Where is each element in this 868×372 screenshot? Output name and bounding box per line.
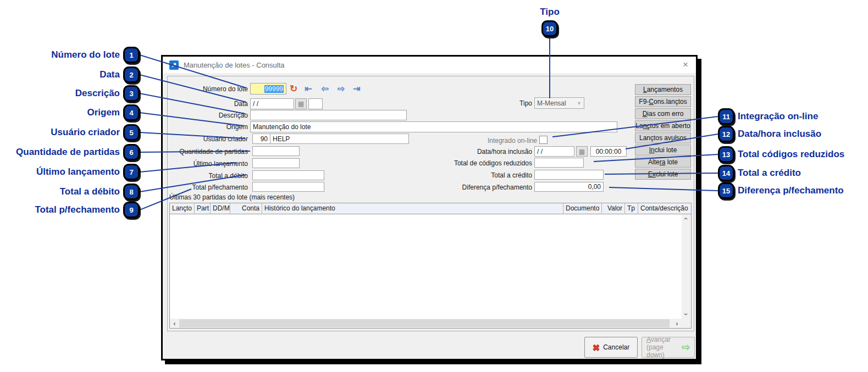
cancel-label: Cancelar: [603, 343, 629, 351]
lancamentos-button[interactable]: Lançamentos: [635, 84, 691, 95]
lanctos-em-aberto-button[interactable]: Lançtos em aberto: [635, 120, 691, 131]
column-header-documento[interactable]: Documento: [563, 203, 602, 214]
last-record-icon[interactable]: ⇥: [351, 84, 363, 93]
altera-lote-button[interactable]: Altera lote: [635, 157, 691, 168]
callout-label: Total p/fechamento: [35, 204, 120, 215]
descricao-input[interactable]: [250, 110, 407, 120]
cancel-button[interactable]: ✖ Cancelar: [584, 337, 638, 358]
vertical-scrollbar[interactable]: ‹ ›: [682, 214, 691, 319]
diferenca-fechamento-input[interactable]: 0,00: [534, 182, 604, 192]
title-bar[interactable]: ↗ Manutenção de lotes - Consulta ×: [163, 57, 696, 73]
callout-bubble-3: 3: [123, 85, 140, 102]
column-header-part[interactable]: Part: [195, 203, 211, 214]
next-record-icon[interactable]: ⇨: [335, 84, 347, 93]
callout-bubble-1: 1: [123, 47, 140, 63]
grid-body-empty: [170, 214, 682, 319]
callout-data: Data2: [0, 66, 140, 83]
callout-diferenca-fechamento: 15Diferença p/fechamento: [718, 182, 844, 199]
tipo-dropdown[interactable]: M-Mensal ▼: [534, 97, 584, 109]
usuario-criador-code-input[interactable]: 90: [252, 134, 270, 144]
callout-label: Diferença p/fechamento: [738, 185, 844, 196]
callout-label: Usuário criador: [51, 127, 120, 138]
callout-bubble-13: 13: [718, 146, 734, 163]
quantidade-partidas-input[interactable]: [252, 146, 300, 156]
quantidade-partidas-label: Quantidade de partidas: [165, 148, 248, 156]
integrado-online-label: Integrado on-line: [416, 137, 537, 145]
total-codigos-reduzidos-label: Total de códigos reduzidos: [411, 159, 532, 167]
callout-label: Total códigos reduzidos: [738, 149, 844, 160]
ultimo-lancamento-input[interactable]: [252, 158, 300, 168]
descricao-label: Descrição: [165, 112, 248, 119]
callout-bubble-12: 12: [718, 126, 734, 142]
chevron-down-icon: ▼: [577, 101, 582, 106]
integrado-online-checkbox[interactable]: [539, 136, 548, 144]
app-icon: ↗: [169, 60, 179, 70]
calendar-icon[interactable]: ▦: [576, 146, 588, 157]
callout-label: Último lançamento: [36, 166, 120, 177]
column-header-ddmm[interactable]: DD/MM: [211, 203, 230, 214]
advance-page-down-button[interactable]: Avançar(page down) ⇨: [642, 337, 695, 358]
refresh-icon[interactable]: ↻: [289, 84, 298, 93]
data-hora-inclusao-label: Data/hora inclusão: [411, 148, 532, 156]
window-title: Manutenção de lotes - Consulta: [184, 61, 285, 69]
diferenca-fechamento-label: Diferença p/fechamento: [411, 184, 532, 191]
cancel-x-icon: ✖: [593, 342, 600, 353]
callout-integracao-online: 11Integração on-line: [718, 108, 818, 125]
total-codigos-reduzidos-input[interactable]: [534, 158, 584, 168]
scroll-down-icon[interactable]: ›: [682, 310, 691, 319]
column-header-tp[interactable]: Tp: [625, 203, 638, 214]
scroll-up-icon[interactable]: ‹: [682, 214, 691, 224]
lanctos-avulsos-button[interactable]: Lançtos avulsos: [635, 132, 691, 143]
callout-usuario-criador: Usuário criador5: [0, 124, 140, 141]
data-input[interactable]: / /: [250, 98, 294, 109]
ultimo-lancamento-label: Último lançamento: [165, 160, 248, 168]
column-header-conta-descricao[interactable]: Conta/descrição: [638, 203, 691, 214]
total-debito-input[interactable]: [252, 170, 324, 180]
data-aux-input[interactable]: [308, 98, 323, 109]
total-credito-input[interactable]: [534, 170, 604, 180]
dias-com-erro-button[interactable]: Dias com erro: [635, 108, 691, 119]
callout-total-debito: Total a débito8: [0, 184, 140, 200]
scrollbar-thumb[interactable]: [179, 319, 670, 327]
scroll-left-icon[interactable]: ‹: [170, 319, 179, 327]
column-header-historico[interactable]: Histórico do lançamento: [262, 203, 563, 214]
callout-bubble-8: 8: [123, 184, 140, 200]
data-hora-inclusao-date-input[interactable]: / /: [534, 146, 574, 157]
column-header-conta[interactable]: Conta: [230, 203, 262, 214]
callout-tipo: Tipo 10: [527, 7, 573, 37]
callout-label: Total a crédito: [738, 168, 801, 179]
f9-cons-lanctos-button[interactable]: F9-Cons.lançtos: [635, 96, 691, 107]
numero-lote-input[interactable]: 99999: [250, 83, 286, 95]
diferenca-fechamento-value: 0,00: [588, 183, 601, 191]
callout-label: Total a débito: [60, 186, 120, 197]
scroll-right-icon[interactable]: ›: [672, 319, 682, 327]
callout-numero-do-lote: Número do lote1: [0, 47, 140, 63]
column-header-valor[interactable]: Valor: [602, 203, 625, 214]
data-hora-date-value: / /: [537, 148, 543, 156]
callout-bubble-6: 6: [123, 144, 140, 160]
inclui-lote-button[interactable]: Inclui lote: [635, 145, 691, 156]
callout-bubble-14: 14: [718, 165, 734, 181]
data-value: / /: [253, 100, 258, 108]
callout-bubble-15: 15: [718, 182, 734, 199]
origem-input[interactable]: Manutenção do lote: [250, 121, 617, 132]
total-fechamento-input[interactable]: [252, 182, 324, 192]
tipo-label: Tipo: [411, 99, 532, 107]
callout-ultimo-lancamento: Último lançamento7: [0, 164, 140, 180]
usuario-criador-name-input[interactable]: HELP: [270, 134, 409, 144]
total-debito-label: Total a débito: [165, 172, 248, 180]
callout-quantidade-partidas: Quantidade de partidas6: [0, 144, 140, 160]
callout-origem: Origem4: [0, 104, 140, 121]
previous-record-icon[interactable]: ⇦: [319, 84, 331, 93]
first-record-icon[interactable]: ⇤: [302, 84, 314, 93]
calendar-icon[interactable]: ▦: [295, 98, 307, 109]
callout-data-hora-inclusao: 12Data/hora inclusão: [718, 126, 821, 142]
callout-total-credito: 14Total a crédito: [718, 165, 801, 181]
callout-total-codigos-reduzidos: 13Total códigos reduzidos: [718, 146, 844, 163]
column-header-lancto[interactable]: Lançto: [170, 203, 195, 214]
horizontal-scrollbar[interactable]: ‹ ›: [170, 319, 682, 328]
close-icon[interactable]: ×: [683, 59, 688, 70]
data-hora-inclusao-time-input[interactable]: 00:00:00: [590, 146, 627, 157]
exclui-lote-button[interactable]: Exclui lote: [635, 169, 691, 180]
callout-bubble-9: 9: [123, 202, 140, 218]
